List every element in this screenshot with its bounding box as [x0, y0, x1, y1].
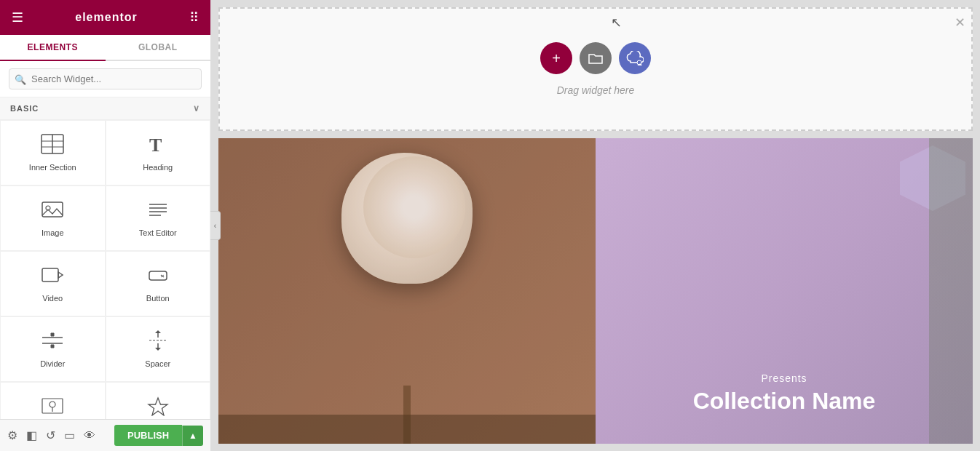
history-icon[interactable]: ↺ — [46, 428, 55, 442]
collapse-panel-handle[interactable]: ‹ — [210, 211, 221, 240]
publish-btn-group: PUBLISH ▲ — [114, 425, 203, 446]
widget-icon[interactable]: Icon — [106, 382, 211, 419]
svg-point-24 — [50, 402, 55, 407]
divider-icon — [41, 330, 64, 354]
button-icon — [146, 265, 170, 288]
canvas-images: Presents Collection Name — [218, 138, 973, 444]
svg-marker-17 — [51, 345, 54, 348]
svg-rect-5 — [42, 202, 63, 217]
star-icon — [146, 396, 170, 419]
widget-inner-section[interactable]: Inner Section — [0, 120, 106, 185]
add-widget-button[interactable]: + — [540, 42, 572, 74]
widget-spacer[interactable]: Spacer — [106, 316, 211, 382]
tab-global[interactable]: GLOBAL — [106, 35, 211, 61]
widget-heading-label: Heading — [143, 163, 173, 172]
drag-widget-text: Drag widget here — [557, 84, 635, 96]
widget-heading[interactable]: T Heading — [106, 120, 211, 185]
svg-marker-12 — [58, 272, 63, 278]
close-drop-zone-button[interactable]: ✕ — [955, 15, 965, 31]
widget-divider-label: Divider — [40, 359, 65, 368]
publish-dropdown-button[interactable]: ▲ — [182, 426, 203, 446]
search-icon: 🔍 — [15, 73, 26, 84]
search-input[interactable] — [9, 68, 202, 89]
chevron-down-icon: ∨ — [193, 103, 200, 113]
widget-text-editor-label: Text Editor — [139, 228, 177, 237]
chevron-left-icon: ‹ — [214, 222, 216, 230]
settings-icon[interactable]: ⚙ — [7, 428, 17, 442]
heading-icon: T — [146, 134, 170, 157]
widget-map[interactable]: Map — [0, 382, 106, 419]
canvas-image-left — [218, 138, 596, 444]
widget-video[interactable]: Video — [0, 251, 106, 316]
left-panel: ☰ elementor ⠿ ELEMENTS GLOBAL 🔍 BASIC ∨ — [0, 0, 211, 451]
section-label-text: BASIC — [10, 104, 39, 113]
widget-button[interactable]: Button — [106, 251, 211, 316]
svg-rect-13 — [149, 271, 167, 280]
widget-image[interactable]: Image — [0, 185, 106, 251]
widget-divider[interactable]: Divider — [0, 316, 106, 382]
widget-spacer-label: Spacer — [145, 359, 170, 368]
responsive-icon[interactable]: ▭ — [64, 428, 75, 442]
widget-video-label: Video — [42, 294, 63, 303]
cursor-arrow-icon: ↖ — [611, 15, 622, 31]
svg-marker-15 — [51, 333, 54, 336]
tab-elements[interactable]: ELEMENTS — [0, 35, 106, 61]
panel-search: 🔍 — [0, 61, 210, 97]
panel-tabs: ELEMENTS GLOBAL — [0, 35, 210, 61]
hamburger-icon[interactable]: ☰ — [12, 9, 23, 25]
widget-inner-section-label: Inner Section — [29, 163, 76, 172]
widget-grid: Inner Section T Heading Image — [0, 120, 210, 419]
spacer-icon — [146, 330, 170, 354]
image-icon — [41, 199, 64, 223]
layers-icon[interactable]: ◧ — [26, 428, 37, 442]
publish-button[interactable]: PUBLISH — [114, 425, 182, 446]
svg-text:☁: ☁ — [637, 61, 642, 65]
section-label[interactable]: BASIC ∨ — [0, 97, 210, 120]
card-presents-text: Presents — [693, 372, 876, 384]
brand-title: elementor — [75, 11, 137, 24]
eye-icon[interactable]: 👁 — [84, 429, 95, 442]
widget-text-editor[interactable]: Text Editor — [106, 185, 211, 251]
drop-zone[interactable]: ↖ + ☁ Drag widget here ✕ — [218, 7, 973, 131]
bottom-icons: ⚙ ◧ ↺ ▭ 👁 — [7, 428, 95, 442]
grid-icon[interactable]: ⠿ — [189, 9, 199, 25]
svg-marker-19 — [155, 330, 161, 333]
text-editor-icon — [146, 199, 170, 223]
map-icon — [41, 396, 64, 419]
drop-zone-buttons: + ☁ — [540, 42, 651, 74]
card-collection-name: Collection Name — [693, 387, 876, 415]
svg-marker-26 — [149, 398, 167, 415]
cloud-button[interactable]: ☁ — [619, 42, 651, 74]
panel-header: ☰ elementor ⠿ — [0, 0, 210, 35]
canvas-image-right: Presents Collection Name — [596, 138, 973, 444]
open-folder-button[interactable] — [580, 42, 612, 74]
inner-section-icon — [41, 134, 64, 157]
svg-text:T: T — [149, 135, 162, 154]
canvas-area: ↖ + ☁ Drag widget here ✕ — [211, 0, 980, 451]
right-card-content: Presents Collection Name — [693, 372, 876, 415]
svg-marker-21 — [155, 348, 161, 351]
bottom-bar: ⚙ ◧ ↺ ▭ 👁 PUBLISH ▲ — [0, 419, 210, 451]
video-icon — [41, 265, 64, 288]
widget-button-label: Button — [146, 294, 170, 303]
svg-rect-11 — [42, 268, 58, 282]
widget-image-label: Image — [42, 228, 64, 237]
